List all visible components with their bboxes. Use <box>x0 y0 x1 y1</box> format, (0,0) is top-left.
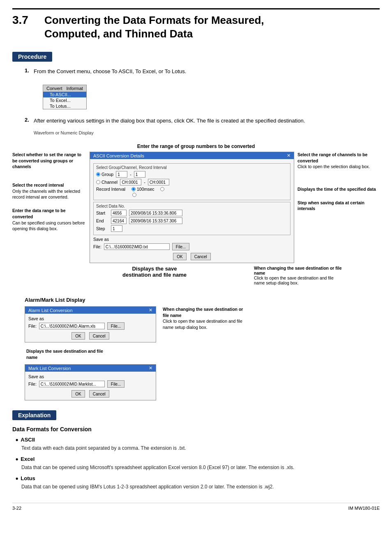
mark-close-btn[interactable]: ✕ <box>149 365 152 371</box>
channel-radio-label[interactable]: Channel <box>96 180 118 185</box>
channel-radio-row: Channel - <box>96 179 288 185</box>
save-annotation-row: Displays the save destination and file n… <box>12 266 380 285</box>
file-input[interactable] <box>104 243 170 250</box>
end-index-input[interactable] <box>111 217 127 224</box>
interval-radio2-label[interactable] <box>160 187 164 191</box>
ok-button[interactable]: OK <box>173 253 186 260</box>
alarm-dialog-wrapper: Alarm List Conversion ✕ Save as File: Fi… <box>25 306 156 342</box>
ascii-dialog-box: ASCII Conversion Details ✕ Select Group/… <box>90 152 294 263</box>
save-as-label: Save as <box>93 237 109 242</box>
menu-item-excel[interactable]: To Excel... <box>43 97 86 103</box>
channel-radio[interactable] <box>96 180 100 184</box>
save-as-label-row: Save as <box>93 237 291 242</box>
explanation-badge: Explanation <box>12 410 56 420</box>
explanation-section: Explanation Data Formats for Conversion … <box>12 410 380 490</box>
dialog-btn-row: OK Cancel <box>93 253 291 260</box>
exp-item-ascii: • ASCII Text data with each data point s… <box>12 437 380 452</box>
step-row: Step <box>96 225 288 232</box>
lotus-bullet-row: • Lotus <box>16 475 380 482</box>
group-radio-label[interactable]: Group <box>96 172 113 177</box>
ascii-bullet-row: • ASCII <box>16 437 380 444</box>
menu-title-row: Convert Informat <box>43 85 86 92</box>
dialog-close-btn[interactable]: ✕ <box>287 153 291 158</box>
ann-alarm-save-dest: Displays the save destination and file n… <box>26 348 104 360</box>
start-time-input[interactable] <box>129 210 182 216</box>
group-to-input[interactable] <box>134 171 145 178</box>
ann-alarm-right: When changing the save destination or fi… <box>163 306 249 331</box>
alarm-ok-button[interactable]: OK <box>71 332 85 340</box>
step-2: 2. After entering various settings in th… <box>12 117 380 125</box>
group-radio[interactable] <box>96 172 100 176</box>
ann-save-change-title: When changing the save destination or fi… <box>254 266 342 275</box>
ascii-label: ASCII <box>21 437 35 443</box>
interval-value: 100msec <box>137 187 154 192</box>
mark-file-label: File: <box>28 382 37 386</box>
alarm-titlebar: Alarm List Conversion ✕ <box>25 307 156 314</box>
group-from-input[interactable] <box>116 171 127 178</box>
mark-file-input[interactable] <box>39 381 105 387</box>
mark-saveas-row: Save as <box>28 374 152 379</box>
dialog-main-row: Select whether to set the range to be co… <box>12 152 380 263</box>
alarm-close-btn[interactable]: ✕ <box>149 308 152 313</box>
ann-save-dest-title: Displays the save destination and file n… <box>122 266 187 278</box>
footer-doc-id: IM MW180-01E <box>348 506 380 511</box>
mark-ok-button[interactable]: OK <box>71 390 85 398</box>
menu-informat-label: Informat <box>67 86 83 91</box>
select-data-title: Select Data No. <box>96 204 288 208</box>
alarm-save-ann-row: Displays the save destination and file n… <box>26 348 380 360</box>
excel-desc: Data that can be opened using Microsoft'… <box>16 464 380 471</box>
interval-radio3[interactable] <box>132 193 136 197</box>
mark-btn-row: OK Cancel <box>28 390 152 398</box>
cancel-button[interactable]: Cancel <box>191 253 211 260</box>
excel-bullet-row: • Excel <box>16 456 380 463</box>
alarm-file-button[interactable]: File... <box>107 322 125 330</box>
interval-radio3-label[interactable] <box>132 193 136 197</box>
step-1-num: 1. <box>25 67 34 76</box>
file-button[interactable]: File... <box>172 243 189 250</box>
save-as-section: Save as File: File... <box>93 237 291 250</box>
channel-from-input[interactable] <box>120 179 141 185</box>
mark-file-button[interactable]: File... <box>107 380 125 388</box>
step-2-text: After entering various settings in the d… <box>34 117 305 125</box>
start-index-input[interactable] <box>111 210 127 216</box>
ann-channel-desc: Click to open the selection dialog box. <box>297 164 370 169</box>
end-time-input[interactable] <box>129 217 182 224</box>
mark-titlebar: Mark List Conversion ✕ <box>25 365 156 372</box>
menu-convert-label: Convert <box>46 86 62 91</box>
section-number: 3.7 <box>12 14 37 27</box>
ascii-desc: Text data with each data point separated… <box>16 444 380 452</box>
step-2-num: 2. <box>25 117 34 125</box>
mark-dialog-box: Mark List Conversion ✕ Save as File: Fil… <box>25 364 156 400</box>
step-input[interactable] <box>111 225 122 232</box>
step-1: 1. From the Convert menu, choose To ASCI… <box>12 67 380 76</box>
channel-radio-text: Channel <box>101 180 118 185</box>
interval-radio1[interactable] <box>131 187 136 191</box>
ann-record-item: Select the record interval Only the chan… <box>12 182 86 200</box>
group-radio-row: Group - <box>96 171 288 178</box>
mark-title: Mark List Conversion <box>28 366 71 371</box>
mark-cancel-button[interactable]: Cancel <box>89 390 109 398</box>
exp-item-lotus: • Lotus Data that can be opened using IB… <box>12 475 380 490</box>
interval-radio2[interactable] <box>160 187 164 191</box>
alarm-file-label: File: <box>28 324 37 328</box>
page-container: 3.7 Converting the Data Formats for Meas… <box>0 0 392 523</box>
alarm-file-row: File: File... <box>28 322 152 330</box>
alarm-body: Save as File: File... OK Cancel <box>25 314 156 342</box>
interval-radio1-label[interactable]: 100msec <box>131 187 154 192</box>
channel-to-input[interactable] <box>148 179 169 185</box>
mark-body: Save as File: File... OK Cancel <box>25 372 156 400</box>
select-group-title: Select Group/Channel, Record Interval <box>96 165 288 170</box>
ann-alarm-change-desc: Click to open the save destination and f… <box>163 319 242 330</box>
menu-item-ascii[interactable]: To ASCII... <box>43 92 86 97</box>
select-group-section: Select Group/Channel, Record Interval Gr… <box>93 163 291 200</box>
excel-bullet: • <box>16 456 18 463</box>
ann-channel-right: Select the range of channels to be conve… <box>297 152 380 170</box>
file-row: File: File... <box>93 243 291 250</box>
ann-group-title: Select whether to set the range to be co… <box>12 152 81 169</box>
ann-step-right: Step when saving data at certain interva… <box>297 200 380 212</box>
dialog-body: Select Group/Channel, Record Interval Gr… <box>90 159 294 263</box>
menu-item-lotus[interactable]: To Lotus... <box>43 103 86 109</box>
alarm-title: Alarm List Conversion <box>28 308 73 313</box>
alarm-file-input[interactable] <box>39 323 105 329</box>
alarm-cancel-button[interactable]: Cancel <box>89 332 109 340</box>
